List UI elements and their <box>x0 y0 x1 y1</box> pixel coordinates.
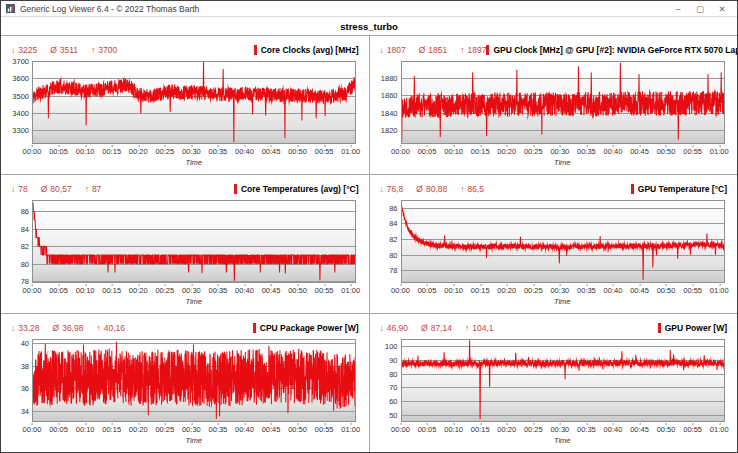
x-tick-label: 00:00 <box>23 286 42 295</box>
series-color-marker-icon <box>631 184 634 194</box>
page-header: stress_turbo <box>1 17 737 35</box>
stat-avg-value: 80,88 <box>426 184 447 194</box>
x-tick-label: 00:20 <box>497 147 516 156</box>
minimize-button[interactable]: – <box>667 1 689 17</box>
y-tick-label: 38 <box>21 361 29 370</box>
x-tick-label: 00:05 <box>49 425 68 434</box>
chart-core-temperatures[interactable]: 7880828486 00:0000:0500:1000:1500:2000:2… <box>11 200 359 305</box>
x-tick-label: 00:10 <box>76 147 95 156</box>
avg-icon: Ø <box>416 184 423 194</box>
y-tick-label: 86 <box>389 203 397 212</box>
plot-area <box>32 200 356 283</box>
x-axis-labels: 00:0000:0500:1000:1500:2000:2500:3000:35… <box>32 284 356 295</box>
y-tick-label: 60 <box>389 397 397 406</box>
x-tick-label: 00:05 <box>49 147 68 156</box>
chart-title: GPU Clock [MHz] @ GPU [#2]: NVIDIA GeFor… <box>493 45 737 55</box>
x-axis-labels: 00:0000:0500:1000:1500:2000:2500:3000:35… <box>401 284 725 295</box>
y-tick-label: 80 <box>389 250 397 259</box>
x-tick-label: 00:00 <box>391 286 410 295</box>
x-tick-label: 00:00 <box>23 147 42 156</box>
panel-gpu-temperature: ↓76,8 Ø80,88 ↑86,5 GPU Temperature [°C] … <box>370 175 738 313</box>
plot-area <box>401 61 725 144</box>
x-tick-label: 00:05 <box>418 425 437 434</box>
y-axis-labels: 33003400350036003700 <box>11 61 31 144</box>
x-tick-label: 00:25 <box>524 286 543 295</box>
x-tick-label: 00:40 <box>235 147 254 156</box>
x-tick-label: 00:25 <box>524 425 543 434</box>
chart-stats: ↓78 Ø80,57 ↑87 <box>11 184 101 194</box>
x-tick-label: 00:30 <box>550 147 569 156</box>
chart-legend: GPU Clock [MHz] @ GPU [#2]: NVIDIA GeFor… <box>486 45 727 55</box>
y-tick-label: 1880 <box>381 73 398 82</box>
series-color-marker-icon <box>253 323 256 333</box>
x-axis-title: Time <box>32 158 356 167</box>
x-tick-label: 00:40 <box>604 286 623 295</box>
y-axis-labels: 7880828486 <box>11 200 31 283</box>
stat-max-value: 87 <box>92 184 101 194</box>
y-tick-label: 3300 <box>12 125 29 134</box>
x-tick-label: 00:25 <box>155 147 174 156</box>
panel-header: ↓1807 Ø1851 ↑1897 GPU Clock [MHz] @ GPU … <box>380 43 728 56</box>
chart-gpu-power[interactable]: 5060708090100 00:0000:0500:1000:1500:200… <box>380 339 728 444</box>
chart-legend: Core Temperatures (avg) [°C] <box>234 184 359 194</box>
series-color-marker-icon <box>658 323 661 333</box>
chart-stats: ↓76,8 Ø80,88 ↑86,5 <box>380 184 485 194</box>
stat-avg-value: 36,98 <box>62 323 83 333</box>
x-tick-label: 00:20 <box>497 425 516 434</box>
series-color-marker-icon <box>234 184 237 194</box>
y-tick-label: 3500 <box>12 91 29 100</box>
x-tick-label: 00:30 <box>550 425 569 434</box>
close-button[interactable]: ✕ <box>711 1 733 17</box>
y-tick-label: 50 <box>389 411 397 420</box>
y-tick-label: 86 <box>21 207 29 216</box>
x-tick-label: 00:55 <box>315 286 334 295</box>
y-axis-labels: 7880828486 <box>380 200 400 283</box>
x-tick-label: 01:00 <box>710 147 729 156</box>
series-color-marker-icon <box>486 45 489 55</box>
stat-max-value: 3700 <box>98 45 117 55</box>
y-tick-label: 100 <box>385 341 398 350</box>
chart-stats: ↓46,90 Ø87,14 ↑104,1 <box>380 323 494 333</box>
chart-stats: ↓33,28 Ø36,98 ↑40,16 <box>11 323 125 333</box>
stat-avg-value: 3511 <box>60 45 78 55</box>
x-tick-label: 00:20 <box>129 425 148 434</box>
panel-gpu-clock: ↓1807 Ø1851 ↑1897 GPU Clock [MHz] @ GPU … <box>370 36 738 174</box>
y-tick-label: 84 <box>21 224 29 233</box>
chart-cpu-package-power[interactable]: 34363840 00:0000:0500:1000:1500:2000:250… <box>11 339 359 444</box>
chart-legend: CPU Package Power [W] <box>253 323 359 333</box>
x-tick-label: 00:10 <box>444 425 463 434</box>
x-tick-label: 00:05 <box>49 286 68 295</box>
chart-gpu-temperature[interactable]: 7880828486 00:0000:0500:1000:1500:2000:2… <box>380 200 728 305</box>
max-arrow-icon: ↑ <box>91 45 95 55</box>
maximize-button[interactable]: ▢ <box>689 1 711 17</box>
x-tick-label: 00:40 <box>604 425 623 434</box>
app-icon <box>6 4 15 13</box>
plot-area <box>401 339 725 422</box>
x-tick-label: 00:00 <box>391 425 410 434</box>
x-tick-label: 01:00 <box>341 147 360 156</box>
stat-max-value: 104,1 <box>472 323 493 333</box>
chart-title: Core Clocks (avg) [MHz] <box>261 45 359 55</box>
x-tick-label: 00:50 <box>288 147 307 156</box>
x-tick-label: 00:20 <box>129 147 148 156</box>
chart-core-clocks[interactable]: 33003400350036003700 00:0000:0500:1000:1… <box>11 61 359 166</box>
stat-max-value: 40,16 <box>104 323 125 333</box>
max-arrow-icon: ↑ <box>460 184 464 194</box>
x-tick-label: 00:55 <box>683 425 702 434</box>
chart-gpu-clock[interactable]: 1820184018601880 00:0000:0500:1000:1500:… <box>380 61 728 166</box>
x-axis-title: Time <box>401 158 725 167</box>
stat-min-value: 46,90 <box>387 323 408 333</box>
panel-header: ↓78 Ø80,57 ↑87 Core Temperatures (avg) [… <box>11 182 359 195</box>
max-arrow-icon: ↑ <box>465 323 469 333</box>
avg-icon: Ø <box>53 323 60 333</box>
stat-min-value: 3225 <box>18 45 37 55</box>
x-tick-label: 00:45 <box>630 425 649 434</box>
chart-legend: GPU Power [W] <box>658 323 727 333</box>
panel-header: ↓76,8 Ø80,88 ↑86,5 GPU Temperature [°C] <box>380 182 728 195</box>
y-tick-label: 84 <box>389 219 397 228</box>
title-bar: Generic Log Viewer 6.4 - © 2022 Thomas B… <box>1 1 737 17</box>
min-arrow-icon: ↓ <box>11 323 15 333</box>
line-plot-canvas <box>401 200 725 283</box>
y-tick-label: 78 <box>389 266 397 275</box>
line-plot-canvas <box>32 61 356 144</box>
